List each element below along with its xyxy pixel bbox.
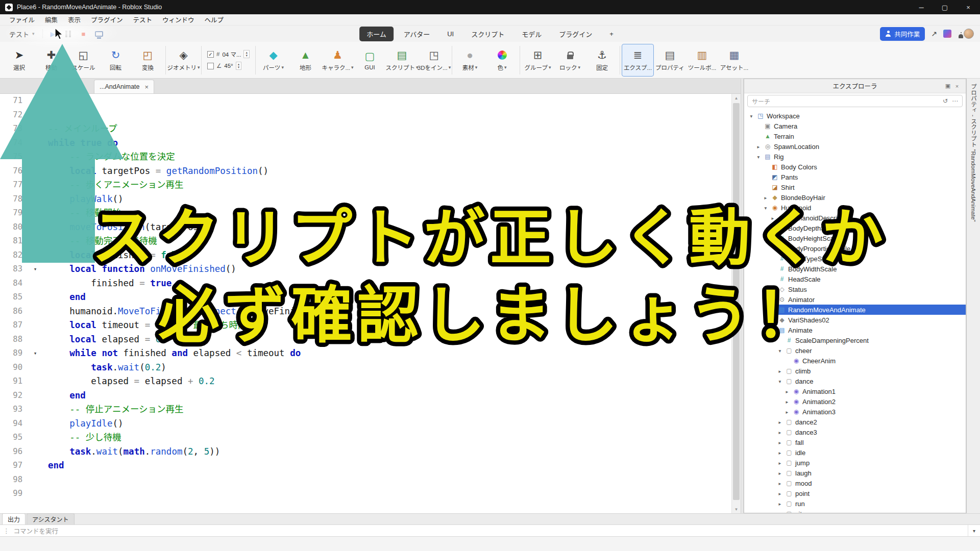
fold-toggle-icon[interactable]: ▾ [22, 346, 48, 361]
tree-item-headscale[interactable]: #HeadScale [744, 274, 966, 284]
ribbon-button-transform[interactable]: ◰変換 [132, 44, 164, 77]
tab-ui[interactable]: UI [440, 28, 461, 40]
expander-icon[interactable]: ▸ [777, 511, 783, 513]
ribbon-button-move[interactable]: ✚移動 [35, 44, 67, 77]
tree-item-content[interactable]: ▸▢dance3 [776, 427, 966, 437]
tree-item-content[interactable]: ▾▢cheer [776, 345, 966, 356]
ribbon-button-toolbox[interactable]: ▥ツールボ... [686, 44, 718, 77]
tab-script[interactable]: スクリプト [464, 27, 511, 41]
ribbon-button-terrain[interactable]: ▲地形 [289, 44, 322, 77]
tree-item-bodywidthscale[interactable]: #BodyWidthScale [744, 264, 966, 274]
expander-icon[interactable]: ▸ [777, 501, 783, 507]
tree-item-content[interactable]: #BodyTypeScale [769, 254, 966, 264]
tree-item-camera[interactable]: ▣Camera [744, 121, 966, 131]
tree-item-mood[interactable]: ▸▢mood [744, 478, 966, 488]
tree-item-content[interactable]: ▸▢fall [776, 437, 966, 447]
expander-icon[interactable]: ▸ [763, 195, 769, 201]
ribbon-button-lock[interactable]: ロック▾ [554, 44, 586, 77]
tree-item-content[interactable]: ▾▤Rig [754, 152, 966, 162]
tree-item-content[interactable]: ◉CheerAnim [783, 356, 966, 366]
tree-item-idle[interactable]: ▸▢idle [744, 447, 966, 458]
tree-item-content[interactable]: ▸▢climb [776, 366, 966, 376]
tree-item-workspace[interactable]: ▾◳Workspace [744, 111, 966, 121]
tree-item-content[interactable]: #BodyWidthScale [769, 264, 966, 274]
tree-item-cheer[interactable]: ▾▢cheer [744, 345, 966, 356]
expander-icon[interactable]: ▾ [777, 348, 783, 354]
tree-item-body-colors[interactable]: ◧Body Colors [744, 162, 966, 172]
ribbon-button-geometry[interactable]: ◈ジオメトリ▾ [167, 44, 200, 77]
ribbon-button-assets[interactable]: ▦アセット... [718, 44, 750, 77]
ribbon-button-character[interactable]: ♟キャラク...▾ [322, 44, 354, 77]
expander-icon[interactable]: ▸ [777, 481, 783, 486]
tree-item-content[interactable]: ▣Camera [754, 121, 966, 131]
tree-item-content[interactable]: ◪Shirt [762, 182, 966, 192]
tree-item-content[interactable]: ◧Body Colors [762, 162, 966, 172]
tree-item-dance3[interactable]: ▸▢dance3 [744, 427, 966, 437]
collaborate-button[interactable]: 共同作業 [880, 27, 925, 41]
tree-item-laugh[interactable]: ▸▢laugh [744, 468, 966, 478]
expander-icon[interactable]: ▸ [755, 144, 762, 149]
tree-item-varishades02[interactable]: ▸◆VariShades02 [744, 315, 966, 325]
expander-icon[interactable]: ▸ [777, 368, 783, 374]
tree-item-content[interactable]: ▲Terrain [754, 131, 966, 141]
stop-button[interactable]: ■ [76, 27, 91, 40]
expander-icon[interactable]: ▸ [770, 317, 776, 323]
tree-item-bodydepthscale[interactable]: #BodyDepthScale [744, 223, 966, 233]
tree-item-content[interactable]: ▸◉Animation1 [783, 386, 966, 396]
tree-item-content[interactable]: #ScaleDampeningPercent [776, 335, 966, 345]
window-minimize-button[interactable]: ─ [910, 0, 933, 14]
menu-view[interactable]: 表示 [63, 14, 86, 25]
tree-item-content[interactable]: ▤RandomMoveAndAnimate [769, 305, 966, 315]
expander-icon[interactable]: ▾ [770, 328, 776, 333]
command-bar-input[interactable]: ⋮ コマンドを実行 ▾ [0, 524, 980, 537]
ribbon-button-colorwheel[interactable]: 色▾ [486, 44, 518, 77]
move-snap-stepper[interactable]: ▴▾ [243, 50, 250, 58]
tree-item-dance2[interactable]: ▸▢dance2 [744, 417, 966, 427]
tree-item-shirt[interactable]: ◪Shirt [744, 182, 966, 192]
device-emulator-button[interactable] [91, 27, 107, 40]
expander-icon[interactable]: ▾ [777, 379, 783, 384]
more-options-icon[interactable]: ⋯ [952, 97, 958, 105]
tree-item-content[interactable]: ◩Pants [762, 172, 966, 182]
tree-item-content[interactable]: ▾▤Animate [769, 325, 966, 335]
tree-item-bodytypescale[interactable]: #BodyTypeScale [744, 254, 966, 264]
menu-test[interactable]: テスト [128, 14, 158, 25]
tab-assistant[interactable]: アシスタント [27, 513, 75, 524]
rotate-snap-value[interactable]: 45° [224, 63, 233, 69]
tree-item-content[interactable]: ▸◉Animation3 [783, 407, 966, 417]
move-snap-value[interactable]: 04 マ... [222, 50, 241, 58]
scroll-up-icon[interactable]: ▲ [732, 94, 741, 102]
expander-icon[interactable]: ▸ [777, 450, 783, 456]
ribbon-button-material[interactable]: ●素材▾ [454, 44, 486, 77]
tree-item-content[interactable]: ⊙Animator [769, 294, 966, 305]
pin-icon[interactable]: ▣ [943, 83, 952, 89]
tree-item-humanoid[interactable]: ▾◉Humanoid [744, 203, 966, 213]
fold-toggle-icon[interactable]: ▾ [22, 262, 48, 277]
tree-item-randommoveandanimate[interactable]: ▤RandomMoveAndAnimate [744, 305, 966, 315]
tab-close-icon[interactable]: × [145, 83, 149, 91]
code-editor[interactable]: 717273-- メインループ74while true do75 -- ランダム… [0, 94, 731, 513]
scrollbar-thumb[interactable] [733, 103, 740, 500]
tree-item-dance[interactable]: ▾▢dance [744, 376, 966, 386]
tab-plugins[interactable]: プラグイン [552, 27, 599, 41]
ribbon-button-scale[interactable]: ◱スケール [67, 44, 100, 77]
ribbon-button-group[interactable]: ⊞グループ▾ [522, 44, 554, 77]
tree-item-cheeranim[interactable]: ◉CheerAnim [744, 356, 966, 366]
ribbon-button-anchor[interactable]: ⚓固定 [586, 44, 618, 77]
expander-icon[interactable]: ▸ [777, 419, 783, 425]
move-snap-checkbox[interactable]: ✓ [207, 51, 214, 58]
ribbon-button-cursor[interactable]: ➤選択 [3, 44, 35, 77]
tree-item-scaledampeningpercent[interactable]: #ScaleDampeningPercent [744, 335, 966, 345]
tree-item-sit[interactable]: ▸▢sit [744, 509, 966, 513]
tree-item-content[interactable]: #BodyHeightScale [769, 233, 966, 243]
tab-add[interactable]: + [602, 28, 621, 40]
tree-item-animation1[interactable]: ▸◉Animation1 [744, 386, 966, 396]
play-button[interactable]: ▶ [45, 27, 61, 40]
tree-item-animation2[interactable]: ▸◉Animation2 [744, 396, 966, 407]
tree-item-animate[interactable]: ▾▤Animate [744, 325, 966, 335]
menu-window[interactable]: ウィンドウ [157, 14, 200, 25]
tree-item-blondeboyhair[interactable]: ▸◆BlondeBoyHair [744, 192, 966, 203]
expander-icon[interactable]: ▸ [784, 399, 790, 405]
share-button[interactable]: ↗ [931, 30, 937, 38]
scroll-down-icon[interactable]: ▼ [732, 505, 741, 513]
